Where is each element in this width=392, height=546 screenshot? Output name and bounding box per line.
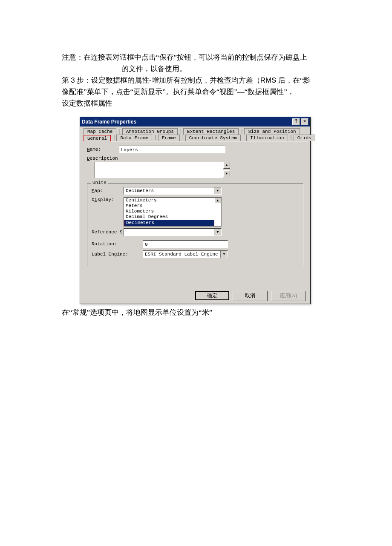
tab-size-and-position[interactable]: Size and Position (244, 128, 300, 135)
name-input[interactable]: Layers (119, 146, 225, 153)
description-textarea[interactable] (95, 162, 223, 178)
list-item[interactable]: Meters (124, 203, 214, 209)
dialog-data-frame-properties: Data Frame Properties ? × Map Cache | An… (80, 117, 311, 304)
tab-illumination[interactable]: Illumination (246, 135, 288, 141)
tab-data-frame[interactable]: Data Frame (116, 135, 152, 141)
tab-coordinate-system[interactable]: Coordinate System (185, 135, 241, 141)
rotation-label: Rotation: (92, 241, 143, 247)
list-item[interactable]: Kilometers (124, 209, 214, 214)
tab-extent-rectangles[interactable]: Extent Rectangles (183, 128, 239, 135)
cancel-button[interactable]: 取消 (233, 291, 268, 301)
apply-button[interactable]: 应用(A) (271, 291, 306, 301)
tabs-row-2: General | Data Frame | Frame | Coordinat… (80, 135, 310, 141)
step-text: 第 3 步：设定数据框的属性-增加所有控制点，并检查均方差（RMS 后，在“影 … (62, 75, 330, 109)
reference-scale-label: Reference S (92, 230, 124, 235)
window-title: Data Frame Properties (82, 119, 136, 125)
dialog-button-row: 确定 取消 应用(A) (80, 288, 310, 304)
reference-scale-combo[interactable]: ▼ (124, 228, 222, 236)
scroll-down-icon[interactable]: ▼ (223, 170, 230, 177)
rotation-input[interactable]: 0 (143, 240, 228, 248)
map-units-combo[interactable]: Decimeters ▼ (124, 187, 222, 195)
close-button[interactable]: × (301, 118, 308, 125)
list-item[interactable]: Centimeters (124, 198, 214, 203)
tab-general[interactable]: General (84, 135, 111, 141)
display-units-listbox[interactable]: Centimeters Meters Kilometers Decimal De… (124, 197, 222, 227)
titlebar: Data Frame Properties ? × (80, 117, 310, 126)
name-label: Name: (87, 147, 119, 152)
tab-grids[interactable]: Grids (294, 135, 315, 141)
description-scrollbar[interactable]: ▲ ▼ (223, 162, 230, 177)
scroll-up-icon[interactable]: ▲ (214, 198, 221, 203)
chevron-down-icon[interactable]: ▼ (214, 187, 221, 194)
list-item-selected[interactable]: Decimeters (124, 220, 214, 226)
tab-annotation-groups[interactable]: Annotation Groups (122, 128, 178, 135)
display-units-label: Display: (92, 197, 124, 202)
chevron-down-icon[interactable]: ▼ (214, 229, 221, 236)
map-units-label: Map: (92, 188, 124, 193)
ok-button[interactable]: 确定 (195, 291, 229, 300)
list-item[interactable]: Decimal Degrees (124, 214, 214, 220)
units-group: Units Map: Decimeters ▼ Display: Centime… (87, 183, 303, 266)
description-label: Description (87, 156, 303, 161)
note-text: 注意：在连接表对话框中点击“保存”按钮，可以将当前的控制点保存为磁盘上 的文件，… (62, 52, 330, 75)
scroll-up-icon[interactable]: ▲ (223, 162, 230, 169)
tabs-row-1: Map Cache | Annotation Groups | Extent R… (80, 126, 310, 135)
label-engine-combo[interactable]: ESRI Standard Label Engine ▼ (143, 250, 228, 258)
units-legend: Units (91, 180, 108, 185)
tab-map-cache[interactable]: Map Cache (84, 128, 116, 135)
chevron-down-icon[interactable]: ▼ (220, 251, 228, 258)
label-engine-label: Label Engine: (92, 252, 143, 257)
help-button[interactable]: ? (292, 118, 300, 125)
caption-text: 在“常规”选项页中，将地图显示单位设置为“米” (62, 307, 330, 318)
tab-frame[interactable]: Frame (158, 135, 180, 141)
